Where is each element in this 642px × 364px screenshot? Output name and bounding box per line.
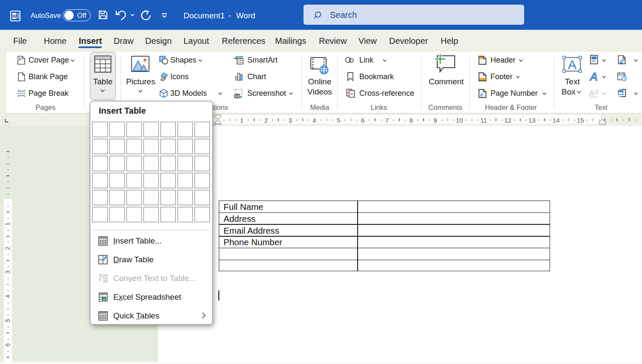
svg-text:#: # xyxy=(480,92,483,97)
svg-text:A: A xyxy=(568,57,576,72)
svg-text:A: A xyxy=(589,70,597,83)
svg-text:A: A xyxy=(589,89,594,97)
svg-text:X: X xyxy=(103,297,106,301)
svg-text:W: W xyxy=(12,14,17,19)
